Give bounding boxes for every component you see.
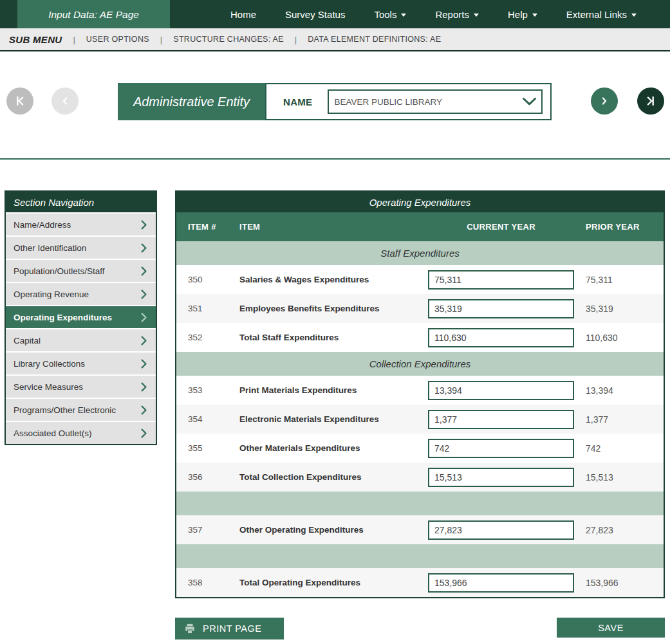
prior-year-value: 35,319 <box>574 304 664 314</box>
item-label: Other Materials Expenditures <box>239 443 428 453</box>
table-row: 352 Total Staff Expenditures 110,630 <box>176 323 664 352</box>
prior-year-value: 153,966 <box>574 578 664 588</box>
current-year-input[interactable] <box>428 270 574 290</box>
submenu-title: SUB MENU <box>9 34 62 45</box>
item-number: 350 <box>176 275 239 284</box>
sidebar-item[interactable]: Operating Revenue <box>6 283 156 305</box>
active-page-tab[interactable]: Input Data: AE Page <box>17 0 170 29</box>
current-year-input[interactable] <box>428 439 574 458</box>
submenu-item[interactable]: DATA ELEMENT DEFINITIONS: AE <box>308 35 441 44</box>
nav-menu-item[interactable]: Reports <box>435 9 479 20</box>
col-current-year: CURRENT YEAR <box>428 222 574 232</box>
prior-year-value: 742 <box>574 443 664 454</box>
chevron-right-icon <box>141 290 147 299</box>
chevron-right-icon <box>141 220 147 230</box>
item-number: 357 <box>176 525 239 535</box>
sidebar-item[interactable]: Capital <box>6 329 156 351</box>
table-row: 357 Other Operating Expenditures 27,823 <box>176 515 664 544</box>
table-row: 350 Salaries & Wages Expenditures 75,311 <box>176 265 664 294</box>
save-button[interactable]: SAVE <box>557 618 665 638</box>
item-label: Employees Benefits Expenditures <box>239 304 428 313</box>
current-year-input[interactable] <box>428 328 574 347</box>
current-year-input[interactable] <box>428 381 574 400</box>
current-year-input[interactable] <box>428 410 574 429</box>
item-label: Electronic Materials Expenditures <box>239 414 428 424</box>
entity-type-title: Administrative Entity <box>118 83 265 120</box>
item-number: 358 <box>176 578 239 587</box>
table-section-row <box>176 492 664 515</box>
chevron-right-icon <box>141 266 147 276</box>
table-section-row: Collection Expenditures <box>176 352 664 376</box>
chevron-right-icon <box>141 336 147 345</box>
entity-name-box: NAME BEAVER PUBLIC LIBRARY <box>265 83 552 120</box>
table-row: 353 Print Materials Expenditures 13,394 <box>176 376 664 405</box>
col-item: ITEM <box>239 222 428 232</box>
section-navigation: Section Navigation Name/Address Other Id… <box>5 190 157 445</box>
submenu-separator: | <box>73 35 75 44</box>
next-record-button[interactable] <box>591 87 618 115</box>
col-prior-year: PRIOR YEAR <box>574 222 664 232</box>
submenu-item[interactable]: STRUCTURE CHANGES: AE <box>173 35 284 44</box>
table-row: 351 Employees Benefits Expenditures 35,3… <box>176 294 664 323</box>
print-page-label: PRINT PAGE <box>203 623 261 634</box>
chevron-right-icon <box>141 243 147 253</box>
submenu-separator: | <box>295 35 297 44</box>
sidebar-item[interactable]: Library Collections <box>6 353 156 374</box>
nav-menu-item[interactable]: Help <box>508 9 537 20</box>
item-number: 353 <box>176 385 239 395</box>
sidebar-item[interactable]: Associated Outlet(s) <box>6 422 156 444</box>
table-row: 354 Electronic Materials Expenditures 1,… <box>176 405 664 434</box>
table-title: Operating Expenditures <box>176 192 664 212</box>
chevron-right-icon <box>141 428 147 438</box>
table-row: 358 Total Operating Expenditures 153,966 <box>176 568 664 597</box>
sidebar-item[interactable]: Name/Address <box>6 214 156 235</box>
sidebar-item[interactable]: Population/Outlets/Staff <box>6 260 156 282</box>
table-row: 356 Total Collection Expenditures 15,513 <box>176 463 664 492</box>
current-year-input[interactable] <box>428 468 574 487</box>
nav-menu-item[interactable]: Home <box>230 9 256 20</box>
save-label: SAVE <box>598 623 624 633</box>
entity-name-select[interactable]: BEAVER PUBLIC LIBRARY <box>328 89 543 114</box>
item-number: 351 <box>176 304 239 313</box>
sidebar-item[interactable]: Operating Expenditures <box>6 306 156 328</box>
caret-down-icon <box>401 14 406 17</box>
caret-down-icon <box>532 14 537 17</box>
printer-icon <box>184 623 196 634</box>
print-page-button[interactable]: PRINT PAGE <box>175 618 284 639</box>
previous-record-button[interactable] <box>51 87 79 115</box>
chevron-left-icon <box>59 95 71 107</box>
last-record-button[interactable] <box>637 87 664 115</box>
sidebar-item[interactable]: Service Measures <box>6 376 156 398</box>
sidebar-item[interactable]: Other Identification <box>6 237 156 259</box>
nav-menu-item[interactable]: External Links <box>566 9 637 20</box>
current-year-input[interactable] <box>428 520 574 540</box>
prior-year-value: 15,513 <box>574 472 664 483</box>
skip-to-first-icon <box>13 94 27 108</box>
current-year-input[interactable] <box>428 573 574 593</box>
caret-down-icon <box>631 14 637 17</box>
nav-menu-item[interactable]: Tools <box>374 9 406 20</box>
item-label: Other Operating Expenditures <box>239 525 428 535</box>
item-label: Total Collection Expenditures <box>239 472 428 482</box>
item-number: 354 <box>176 414 239 424</box>
chevron-right-icon <box>141 382 147 392</box>
prior-year-value: 110,630 <box>574 333 664 343</box>
prior-year-value: 27,823 <box>574 525 664 535</box>
chevron-right-icon <box>141 405 147 415</box>
prior-year-value: 1,377 <box>574 414 664 425</box>
item-number: 352 <box>176 333 239 342</box>
table-header-row: ITEM # ITEM CURRENT YEAR PRIOR YEAR <box>176 212 664 241</box>
first-record-button[interactable] <box>6 87 33 115</box>
nav-menu-item[interactable]: Survey Status <box>285 9 345 20</box>
submenu-separator: | <box>160 35 162 44</box>
operating-expenditures-table: Operating Expenditures ITEM # ITEM CURRE… <box>175 190 665 598</box>
item-number: 356 <box>176 472 239 482</box>
col-item-number: ITEM # <box>176 222 239 232</box>
submenu-item[interactable]: USER OPTIONS <box>86 35 149 44</box>
item-label: Print Materials Expenditures <box>239 385 428 395</box>
skip-to-last-icon <box>644 94 658 108</box>
current-year-input[interactable] <box>428 299 574 318</box>
submenu-bar: SUB MENU | USER OPTIONS | STRUCTURE CHAN… <box>0 28 670 51</box>
header-divider <box>0 158 670 160</box>
sidebar-item[interactable]: Programs/Other Electronic <box>6 399 156 421</box>
